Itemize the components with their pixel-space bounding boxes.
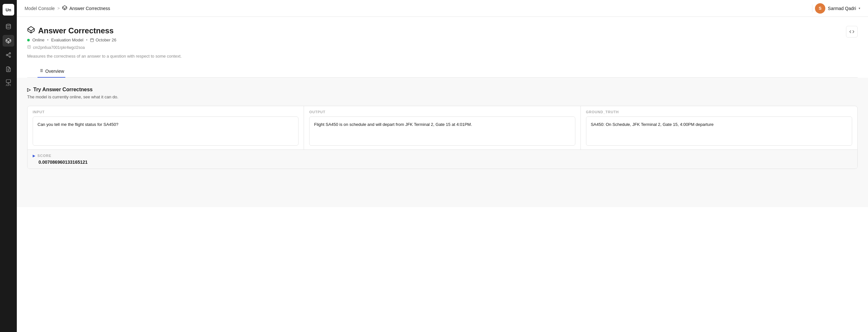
main-content: Model Console > Answer Correctness — [17, 0, 868, 332]
ground-truth-box[interactable]: SA450: On Schedule, JFK Terminal 2, Gate… — [586, 117, 852, 146]
ground-truth-label: GROUND_TRUTH — [586, 110, 852, 114]
breadcrumb-current: Answer Correctness — [62, 5, 110, 12]
date-label: October 26 — [95, 37, 116, 42]
tab-overview-icon — [39, 68, 43, 74]
code-toggle-button[interactable] — [846, 26, 858, 37]
svg-rect-10 — [6, 80, 10, 83]
score-triangle-icon: ▶ — [33, 154, 36, 158]
score-section: ▶ SCORE 0.007086960133165121 — [28, 150, 857, 169]
meta-row: Online • Evaluation Model • — [27, 37, 182, 42]
svg-point-4 — [6, 54, 8, 56]
svg-point-0 — [6, 24, 11, 26]
chevron-down-icon: ▾ — [859, 6, 860, 10]
play-icon: ▷ — [27, 87, 31, 92]
id-icon — [27, 45, 31, 50]
api-nav-item[interactable]: API — [3, 78, 14, 88]
title-area: Answer Correctness Online • Evaluation M… — [27, 26, 182, 59]
output-label: OUTPUT — [309, 110, 575, 114]
input-label: INPUT — [33, 110, 299, 114]
top-nav: Model Console > Answer Correctness — [17, 0, 868, 17]
api-label: API — [6, 84, 11, 87]
evaluation-model-label: Evaluation Model — [51, 37, 84, 42]
ground-truth-column: GROUND_TRUTH SA450: On Schedule, JFK Ter… — [581, 106, 857, 150]
breadcrumb-parent[interactable]: Model Console — [25, 6, 55, 11]
meta-bullet-1: • — [47, 37, 49, 42]
score-header[interactable]: ▶ SCORE — [33, 154, 852, 158]
description: Measures the correctness of an answer to… — [27, 54, 182, 59]
database-icon[interactable] — [3, 21, 14, 32]
share-icon[interactable] — [3, 49, 14, 61]
model-id: cm2pn6ua7001rpkr4wgcl2soa — [33, 45, 85, 50]
sidebar: Un — [0, 0, 17, 332]
title-icon — [27, 26, 35, 36]
tab-overview-label: Overview — [45, 69, 64, 74]
document-icon[interactable] — [3, 63, 14, 75]
page-body: Answer Correctness Online • Evaluation M… — [17, 17, 868, 332]
content-area: ▷ Try Answer Correctness The model is cu… — [17, 78, 868, 207]
io-grid: INPUT Can you tell me the flight status … — [28, 106, 857, 150]
tab-overview[interactable]: Overview — [37, 65, 65, 78]
status-dot — [27, 39, 30, 41]
svg-line-7 — [7, 54, 9, 55]
user-name: Sarmad Qadri — [828, 6, 856, 11]
status-label: Online — [32, 37, 44, 42]
section-title: ▷ Try Answer Correctness — [27, 87, 858, 93]
output-column: OUTPUT Flight SA450 is on schedule and w… — [304, 106, 581, 150]
score-label: SCORE — [37, 154, 52, 158]
section-title-text: Try Answer Correctness — [33, 87, 92, 93]
score-value: 0.007086960133165121 — [33, 159, 852, 165]
sidebar-logo[interactable]: Un — [3, 4, 14, 16]
page-header: Answer Correctness Online • Evaluation M… — [17, 17, 868, 78]
avatar: S — [815, 3, 825, 13]
svg-rect-17 — [91, 38, 94, 42]
date-area: October 26 — [90, 37, 116, 42]
id-row: cm2pn6ua7001rpkr4wgcl2soa — [27, 45, 182, 50]
svg-point-5 — [9, 56, 11, 58]
input-box[interactable]: Can you tell me the flight status for SA… — [33, 117, 299, 146]
output-box[interactable]: Flight SA450 is on schedule and will dep… — [309, 117, 575, 146]
meta-bullet-2: • — [86, 37, 88, 42]
section-subtitle: The model is currently online, see what … — [27, 94, 858, 99]
page-title-text: Answer Correctness — [38, 26, 114, 35]
breadcrumb-icon — [62, 5, 67, 12]
user-area[interactable]: S Sarmad Qadri ▾ — [815, 3, 860, 13]
page-title: Answer Correctness — [27, 26, 182, 36]
svg-point-3 — [9, 53, 11, 54]
breadcrumb-separator: > — [57, 6, 60, 11]
svg-line-6 — [7, 55, 9, 56]
cube-icon[interactable] — [3, 35, 14, 47]
tabs-row: Overview — [27, 65, 858, 78]
input-column: INPUT Can you tell me the flight status … — [28, 106, 304, 150]
breadcrumb-current-label: Answer Correctness — [69, 6, 110, 11]
nav-divider — [812, 4, 812, 12]
breadcrumb: Model Console > Answer Correctness — [25, 5, 110, 12]
io-wrapper: INPUT Can you tell me the flight status … — [27, 106, 858, 169]
